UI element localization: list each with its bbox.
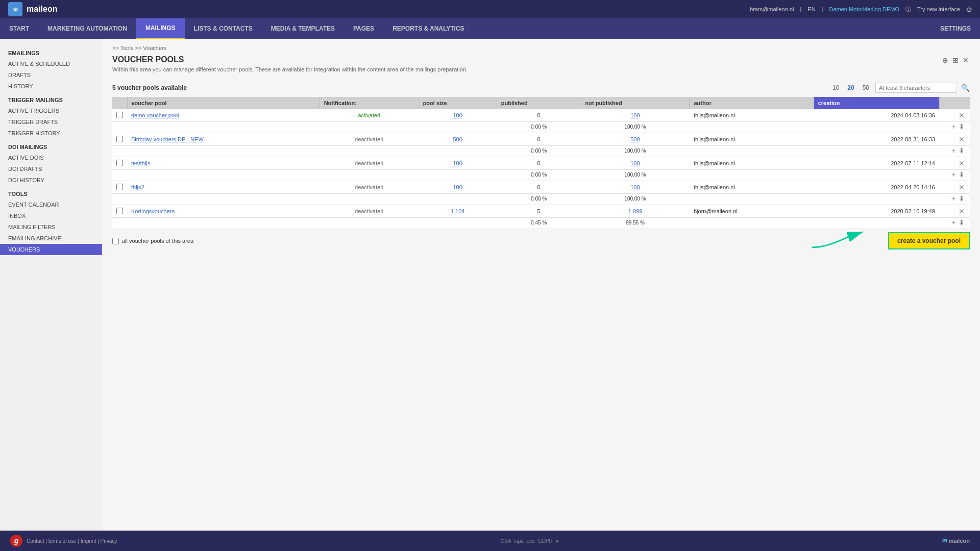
col-voucher-pool[interactable]: voucher pool (127, 97, 320, 109)
nav-reports-analytics[interactable]: REPORTS & ANALYTICS (383, 18, 473, 39)
row-download-btn-3[interactable]: ⬇ (958, 194, 966, 203)
row-download-btn-2[interactable]: ⬇ (958, 170, 966, 179)
sidebar-item-drafts[interactable]: DRAFTS (0, 69, 102, 81)
select-all-checkbox[interactable] (112, 238, 119, 244)
ispa-badge: ispa (514, 538, 523, 544)
row-actions-3: ✕ (939, 181, 970, 194)
sidebar-item-inbox[interactable]: INBOX (0, 210, 102, 221)
nav-start[interactable]: START (0, 18, 38, 39)
breadcrumb-tools[interactable]: >> Tools (112, 45, 133, 51)
row-not-published-pct-3: 100.00 % (581, 194, 690, 205)
page-size-20[interactable]: 20 (845, 83, 856, 92)
row-checkbox-4[interactable] (112, 205, 127, 218)
col-not-published[interactable]: not published (581, 97, 690, 109)
col-published[interactable]: published (497, 97, 581, 109)
logo-icon: ✉ (8, 2, 22, 16)
sidebar-section-emailings: EMAILINGS (0, 45, 102, 58)
row-name-link-4[interactable]: Kortingsvouchers (131, 208, 175, 214)
power-icon[interactable]: ⏻ (966, 6, 972, 12)
row-pool-size-3: 100 (419, 181, 497, 194)
page-size-50[interactable]: 50 (861, 83, 871, 92)
row-not-published-0: 100 (581, 109, 690, 122)
row-checkbox-2[interactable] (112, 157, 127, 170)
row-name-link-1[interactable]: Birthday vouchers DE - NEW (131, 136, 204, 142)
row-add-btn-2[interactable]: + (950, 170, 957, 179)
row-published-pct-4: 0.45 % (497, 218, 581, 229)
row-add-btn-4[interactable]: + (950, 218, 957, 227)
row-notification-3: deactivated (320, 181, 419, 194)
row-pool-size-4: 1.104 (419, 205, 497, 218)
col-notification[interactable]: Notification: (320, 97, 419, 109)
sidebar-item-vouchers[interactable]: VOUCHERS (0, 244, 102, 255)
footer-links: Contact | terms of use | Imprint | Priva… (27, 538, 117, 544)
sidebar-item-trigger-drafts[interactable]: TRIGGER DRAFTS (0, 116, 102, 128)
footer-privacy[interactable]: Privacy (101, 538, 117, 544)
row-download-btn-0[interactable]: ⬇ (958, 122, 966, 131)
nav-mailings[interactable]: MAILINGS (136, 18, 185, 39)
footer-contact[interactable]: Contact (27, 538, 44, 544)
sidebar: EMAILINGS ACTIVE & SCHEDULED DRAFTS HIST… (0, 39, 102, 531)
search-icon-button[interactable]: 🔍 (961, 84, 970, 92)
user-link-separator: | (822, 6, 823, 12)
sidebar-item-history[interactable]: HISTORY (0, 81, 102, 92)
try-new-interface-link[interactable]: Try new interface (917, 6, 960, 12)
sidebar-item-event-calendar[interactable]: EVENT CALENDAR (0, 199, 102, 210)
row-notification-1: deactivated (320, 133, 419, 146)
lang[interactable]: EN (807, 6, 815, 12)
row-notification-4: deactivated (320, 205, 419, 218)
sidebar-item-mailing-filters[interactable]: MAILING FILTERS (0, 221, 102, 233)
row-delete-btn-3[interactable]: ✕ (958, 183, 966, 191)
nav-lists-contacts[interactable]: LISTS & CONTACTS (185, 18, 262, 39)
search-input[interactable] (875, 83, 957, 93)
sidebar-item-active-triggers[interactable]: ACTIVE TRIGGERS (0, 105, 102, 116)
row-checkbox-0[interactable] (112, 109, 127, 122)
sidebar-item-emailing-archive[interactable]: EMAILING ARCHIVE (0, 233, 102, 244)
row-delete-btn-4[interactable]: ✕ (958, 207, 966, 215)
row-delete-btn-1[interactable]: ✕ (958, 135, 966, 143)
col-pool-size[interactable]: pool size (419, 97, 497, 109)
sidebar-item-doi-history[interactable]: DOI HISTORY (0, 174, 102, 186)
nav-media-templates[interactable]: MEDIA & TEMPLATES (262, 18, 344, 39)
row-name-link-3[interactable]: thijs2 (131, 184, 144, 190)
col-checkbox (112, 97, 127, 109)
logo-text: maileon (27, 5, 57, 14)
page-size-10[interactable]: 10 (830, 83, 841, 92)
row-download-btn-1[interactable]: ⬇ (958, 146, 966, 155)
row-actions-4: ✕ (939, 205, 970, 218)
col-author[interactable]: author (690, 97, 814, 109)
info-icon[interactable]: ⓘ (905, 6, 911, 13)
footer-imprint[interactable]: Imprint (81, 538, 96, 544)
row-download-btn-4[interactable]: ⬇ (958, 218, 966, 227)
row-name-3: thijs2 (127, 181, 320, 194)
create-voucher-pool-button[interactable]: create a voucher pool (888, 232, 970, 249)
add-icon-btn[interactable]: ⊕ (941, 55, 949, 65)
user-link[interactable]: Damen Motorkleding DEMO (829, 6, 899, 12)
row-checkbox-1[interactable] (112, 133, 127, 146)
row-name-link-2[interactable]: testthijs (131, 160, 150, 166)
row-add-btn-0[interactable]: + (950, 122, 957, 131)
row-not-published-2: 100 (581, 157, 690, 170)
footer-terms[interactable]: terms of use (48, 538, 77, 544)
col-creation[interactable]: creation (814, 97, 939, 109)
delete-icon-btn[interactable]: ✕ (962, 55, 970, 65)
nav-settings[interactable]: SETTINGS (931, 18, 980, 39)
nav-pages[interactable]: PAGES (344, 18, 383, 39)
row-actions-0: ✕ (939, 109, 970, 122)
sidebar-item-doi-drafts[interactable]: DOI DRAFTS (0, 163, 102, 174)
top-bar-right: bram@maileon.nl | EN | Damen Motorkledin… (750, 6, 972, 13)
upload-icon-btn[interactable]: ⊞ (951, 55, 960, 65)
row-checkbox-3[interactable] (112, 181, 127, 194)
row-add-btn-1[interactable]: + (950, 146, 957, 155)
breadcrumb-vouchers[interactable]: >> Vouchers (135, 45, 166, 51)
sidebar-item-trigger-history[interactable]: TRIGGER HISTORY (0, 128, 102, 139)
sidebar-item-active-scheduled[interactable]: ACTIVE & SCHEDULED (0, 58, 102, 69)
row-creation-3: 2022-04-20 14:16 (814, 181, 939, 194)
row-delete-btn-0[interactable]: ✕ (958, 111, 966, 119)
row-published-pct-0: 0.00 % (497, 122, 581, 133)
sidebar-item-active-dois[interactable]: ACTIVE DOIS (0, 152, 102, 163)
page-title: VOUCHER POOLS (112, 55, 468, 64)
nav-marketing-automation[interactable]: MARKETING AUTOMATION (38, 18, 136, 39)
row-add-btn-3[interactable]: + (950, 194, 957, 203)
row-delete-btn-2[interactable]: ✕ (958, 159, 966, 167)
row-name-link-0[interactable]: demo voucher pool (131, 112, 179, 118)
